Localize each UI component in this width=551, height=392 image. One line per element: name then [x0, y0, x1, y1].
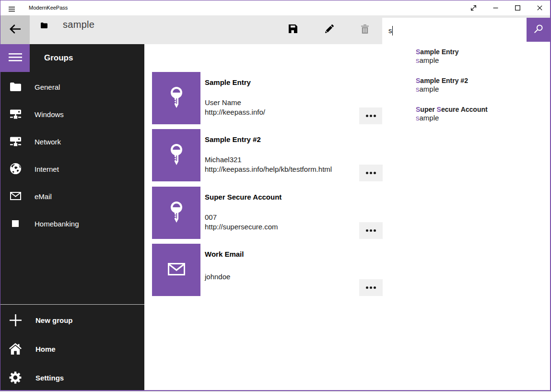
sidebar-item-network[interactable]: Network	[0, 128, 144, 155]
entry-title: Work Email	[205, 249, 244, 260]
pencil-icon	[325, 24, 334, 36]
entry-username: Michael321	[205, 155, 332, 165]
sidebar-item-settings[interactable]: Settings	[0, 363, 144, 392]
more-options-button[interactable]	[359, 222, 383, 239]
entry-tile[interactable]	[152, 129, 200, 181]
ellipsis-icon	[366, 172, 368, 174]
suggestion-title: Sample Entry	[416, 47, 458, 57]
key-icon	[170, 144, 183, 167]
sidebar-item-email[interactable]: eMail	[0, 182, 144, 210]
entry-username: 007	[205, 213, 278, 222]
sidebar-item-internet[interactable]: Internet	[0, 155, 144, 182]
search-input[interactable]: s	[382, 18, 527, 42]
sidebar-item-windows[interactable]: Windows	[0, 100, 144, 128]
entry-details: User Name http://keepass.info/	[205, 98, 265, 117]
fullscreen-button[interactable]	[462, 0, 484, 15]
text-caret	[392, 26, 393, 36]
entry-tile[interactable]	[152, 187, 200, 239]
envelope-icon	[168, 263, 185, 277]
entry-url: http://keepass.info/help/kb/testform.htm…	[205, 165, 332, 174]
entry-details: johndoe	[205, 272, 230, 282]
more-options-button[interactable]	[359, 107, 383, 124]
app-window: ModernKeePass sample	[0, 0, 551, 391]
window-border-left	[0, 0, 0, 391]
entry-username: User Name	[205, 98, 265, 107]
back-arrow-icon	[10, 24, 21, 36]
command-bar: sample s	[0, 15, 550, 44]
folder-icon	[9, 81, 22, 93]
database-icon	[41, 22, 47, 30]
entry-url: http://supersecure.com	[205, 222, 278, 232]
gear-icon	[9, 371, 22, 384]
search-suggestions: Sample Entry sample Sample Entry #2 samp…	[382, 42, 550, 137]
entry-tile[interactable]	[152, 72, 200, 124]
suggestion-subtitle: sample	[416, 56, 439, 65]
sidebar-item-new-group[interactable]: New group	[0, 306, 144, 334]
titlebar: ModernKeePass	[0, 0, 550, 15]
suggestion-item[interactable]: Super Secure Account sample	[382, 103, 550, 132]
back-button[interactable]	[0, 15, 30, 44]
sidebar-item-label: New group	[35, 316, 73, 324]
entry-title: Sample Entry #2	[205, 134, 261, 145]
entry-title: Sample Entry	[205, 77, 251, 88]
trash-icon	[361, 24, 369, 36]
sidebar-item-homebanking[interactable]: Homebanking	[0, 210, 144, 237]
save-icon	[289, 24, 297, 35]
delete-button[interactable]	[353, 21, 376, 38]
hamburger-icon	[9, 53, 22, 63]
network-drive-icon	[9, 108, 22, 120]
more-options-button[interactable]	[359, 165, 383, 181]
ellipsis-icon	[366, 286, 368, 289]
hamburger-icon[interactable]	[9, 5, 15, 14]
entry-username: johndoe	[205, 272, 230, 282]
suggestion-title: Sample Entry #2	[416, 76, 468, 85]
sidebar-item-label: Internet	[35, 165, 59, 173]
entry-tile[interactable]	[152, 244, 200, 296]
suggestion-item[interactable]: Sample Entry #2 sample	[382, 74, 550, 103]
sidebar-item-label: Windows	[35, 110, 64, 118]
key-icon	[170, 87, 183, 110]
square-icon	[9, 217, 22, 230]
sidebar-item-label: Homebanking	[35, 219, 79, 227]
sidebar-divider	[0, 304, 144, 305]
suggestion-title: Super Secure Account	[416, 105, 488, 114]
network-drive-icon	[9, 135, 22, 148]
suggestion-subtitle: sample	[416, 113, 439, 123]
save-button[interactable]	[281, 21, 305, 38]
window-border-top	[0, 0, 551, 0]
search-icon	[534, 24, 543, 36]
plus-icon	[9, 313, 22, 327]
home-icon	[9, 342, 22, 356]
maximize-button[interactable]	[506, 0, 528, 15]
minimize-button[interactable]	[484, 0, 506, 15]
entry-title: Super Secure Account	[205, 192, 281, 202]
search-text: s	[388, 26, 392, 36]
sidebar-item-label: Home	[35, 345, 56, 353]
groups-heading: Groups	[44, 53, 73, 63]
sidebar-item-label: eMail	[35, 192, 52, 200]
more-options-button[interactable]	[359, 279, 383, 296]
sidebar-item-label: General	[35, 83, 60, 91]
envelope-icon	[9, 190, 22, 202]
entry-details: Michael321 http://keepass.info/help/kb/t…	[205, 155, 332, 174]
sidebar: Groups General Windows Network Internet	[0, 44, 144, 390]
sidebar-item-label: Network	[35, 137, 61, 145]
globe-icon	[9, 163, 22, 175]
edit-button[interactable]	[317, 21, 340, 38]
window-border-bottom	[0, 390, 551, 391]
sidebar-item-label: Settings	[35, 374, 64, 382]
pane-toggle-button[interactable]	[0, 44, 30, 72]
close-button[interactable]	[528, 0, 551, 15]
sidebar-item-home[interactable]: Home	[0, 334, 144, 363]
key-icon	[170, 202, 183, 225]
entry-details: 007 http://supersecure.com	[205, 213, 278, 232]
ellipsis-icon	[366, 115, 368, 117]
app-title: ModernKeePass	[29, 5, 68, 11]
entry-url: http://keepass.info/	[205, 107, 265, 117]
database-title: sample	[63, 19, 94, 30]
search-button[interactable]	[527, 18, 550, 42]
sidebar-item-general[interactable]: General	[0, 73, 144, 100]
suggestion-item[interactable]: Sample Entry sample	[382, 46, 550, 74]
suggestion-subtitle: sample	[416, 84, 439, 94]
ellipsis-icon	[366, 229, 368, 232]
